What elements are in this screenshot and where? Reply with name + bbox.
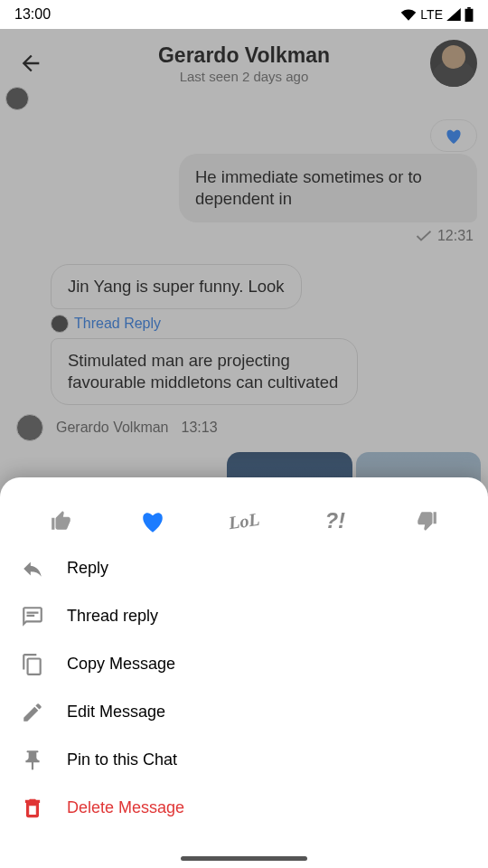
action-edit[interactable]: Edit Message (0, 688, 488, 736)
reaction-row: LoL ?! (0, 497, 488, 544)
reaction-lol[interactable]: LoL (224, 501, 264, 541)
status-right: LTE (400, 7, 474, 22)
edit-icon (20, 700, 45, 725)
action-delete[interactable]: Delete Message (0, 784, 488, 832)
status-bar: 13:00 LTE (0, 0, 488, 29)
reaction-heart[interactable] (133, 501, 173, 541)
action-pin-label: Pin to this Chat (67, 750, 177, 769)
reaction-thumbs-up[interactable] (42, 501, 81, 541)
action-copy-label: Copy Message (67, 655, 175, 674)
pin-icon (20, 748, 45, 773)
action-thread-reply[interactable]: Thread reply (0, 592, 488, 640)
svg-rect-0 (465, 9, 474, 22)
action-edit-label: Edit Message (67, 703, 165, 722)
heart-filled-icon (140, 509, 165, 533)
action-thread-reply-label: Thread reply (67, 607, 158, 626)
delete-icon (20, 796, 45, 821)
message-action-sheet: LoL ?! Reply Thread reply Copy Message E… (0, 477, 488, 868)
thumbs-down-icon (415, 509, 438, 533)
copy-icon (20, 652, 45, 677)
action-reply[interactable]: Reply (0, 544, 488, 592)
action-pin[interactable]: Pin to this Chat (0, 736, 488, 784)
action-reply-label: Reply (67, 559, 108, 578)
reply-icon (20, 556, 45, 581)
signal-icon (446, 8, 461, 21)
status-time: 13:00 (14, 6, 51, 23)
reaction-thumbs-down[interactable] (407, 501, 446, 541)
wifi-icon (400, 8, 417, 21)
thread-icon (20, 604, 45, 629)
lte-label: LTE (420, 7, 443, 22)
svg-rect-1 (467, 7, 471, 9)
action-copy[interactable]: Copy Message (0, 640, 488, 688)
lol-icon: LoL (227, 508, 260, 533)
battery-icon (465, 7, 474, 22)
action-delete-label: Delete Message (67, 798, 184, 817)
nav-handle[interactable] (181, 856, 307, 861)
question-icon: ?! (324, 508, 345, 533)
thumbs-up-icon (50, 509, 73, 533)
reaction-question[interactable]: ?! (315, 501, 355, 541)
